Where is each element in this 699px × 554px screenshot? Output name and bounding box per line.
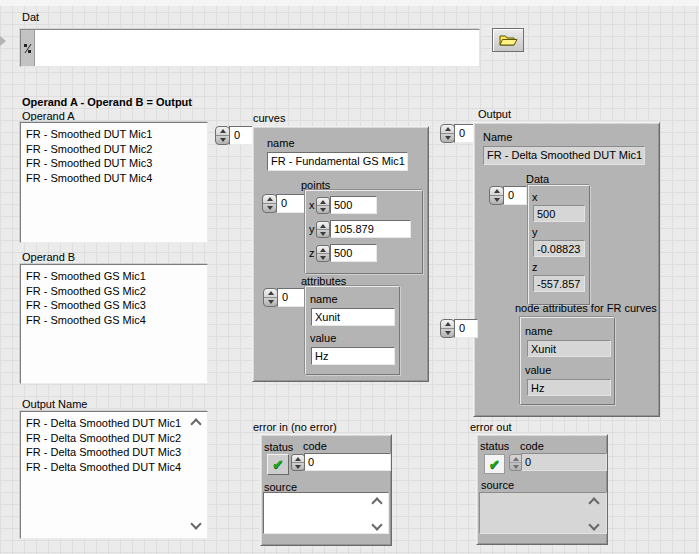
error-in-code-spinner[interactable] — [291, 454, 305, 471]
error-in-code-label: code — [303, 440, 327, 452]
attributes-index-spinner[interactable] — [263, 288, 278, 307]
path-label: Dat — [22, 11, 39, 23]
curves-index-spinner[interactable] — [215, 126, 230, 145]
error-out-status-label: status — [480, 440, 509, 452]
list-item: FR - Smoothed GS Mic3 — [26, 298, 207, 313]
node-attribute-value-field: Hz — [527, 379, 611, 396]
error-out-source-field — [479, 492, 607, 534]
attribute-name-field[interactable]: Xunit — [311, 308, 395, 326]
path-input[interactable] — [35, 30, 479, 66]
data-label: Data — [526, 173, 549, 185]
points-index-value[interactable]: 0 — [276, 194, 306, 213]
operand-a-label: Operand A — [22, 110, 75, 122]
point-z-field[interactable]: 500 — [330, 244, 377, 262]
node-attribute-value-label: value — [525, 364, 551, 376]
output-name-field-label: Name — [483, 131, 512, 143]
point-x-spinner[interactable] — [316, 197, 330, 214]
error-out-label: error out — [470, 421, 512, 433]
error-out-status-indicator: ✔ — [484, 454, 505, 474]
folder-open-icon — [499, 34, 518, 47]
output-name-label: Output Name — [22, 398, 87, 410]
attributes-index-value[interactable]: 0 — [277, 288, 307, 307]
error-in-label: error in (no error) — [253, 421, 337, 433]
error-in-source-field[interactable] — [263, 492, 389, 534]
path-type-icon — [24, 43, 32, 54]
node-attributes-label: node attributes for FR curves — [515, 302, 657, 314]
list-item: FR - Smoothed GS Mic1 — [26, 269, 207, 284]
attribute-name-label: name — [310, 293, 338, 305]
point-z-spinner[interactable] — [316, 245, 330, 262]
data-y-label: y — [532, 226, 538, 238]
error-out-code-field: 0 — [521, 453, 607, 471]
point-y-field[interactable]: 105.879 — [330, 220, 411, 238]
points-index-spinner[interactable] — [262, 194, 277, 213]
data-z-label: z — [532, 261, 538, 273]
error-out-source-label: source — [481, 479, 514, 491]
list-item: FR - Smoothed DUT Mic2 — [26, 142, 207, 157]
data-x-field: 500 — [533, 205, 585, 222]
node-attributes-index-value[interactable]: 0 — [454, 319, 478, 338]
list-item: FR - Smoothed GS Mic2 — [26, 284, 207, 299]
error-out-code-label: code — [520, 440, 544, 452]
data-index-spinner[interactable] — [489, 186, 504, 205]
output-name-list[interactable]: FR - Delta Smoothed DUT Mic1 FR - Delta … — [20, 411, 208, 539]
point-z-label: z — [309, 247, 315, 259]
check-icon: ✔ — [273, 458, 284, 471]
list-item: FR - Smoothed DUT Mic4 — [26, 171, 207, 186]
error-in-code-field[interactable]: 0 — [304, 453, 391, 471]
labview-front-panel: Dat Operand A - Operand B = Output Opera… — [0, 0, 699, 554]
node-attribute-name-label: name — [525, 325, 553, 337]
path-type-strip — [21, 30, 35, 66]
list-item: FR - Delta Smoothed DUT Mic1 — [26, 416, 207, 431]
output-label: Output — [478, 108, 511, 120]
list-item: FR - Smoothed DUT Mic3 — [26, 156, 207, 171]
section-title: Operand A - Operand B = Output — [22, 96, 192, 108]
data-index-value[interactable]: 0 — [503, 186, 527, 205]
list-item: FR - Smoothed DUT Mic1 — [26, 127, 207, 142]
panel-edge-arrow — [0, 36, 6, 46]
list-item: FR - Delta Smoothed DUT Mic3 — [26, 445, 207, 460]
data-x-label: x — [532, 191, 538, 203]
node-attributes-index-spinner[interactable] — [440, 319, 455, 338]
curves-label: curves — [253, 112, 285, 124]
data-z-field: -557.857 — [533, 275, 585, 292]
output-name-field: FR - Delta Smoothed DUT Mic1 — [483, 146, 645, 165]
point-x-label: x — [309, 199, 315, 211]
curve-name-field[interactable]: FR - Fundamental GS Mic1 — [267, 152, 408, 171]
list-item: FR - Smoothed GS Mic4 — [26, 313, 207, 328]
attribute-value-field[interactable]: Hz — [311, 347, 395, 365]
point-x-field[interactable]: 500 — [330, 196, 377, 214]
point-y-label: y — [309, 223, 315, 235]
data-y-field: -0.08823 — [533, 240, 585, 257]
curve-name-label: name — [267, 137, 295, 149]
error-in-status-button[interactable]: ✔ — [267, 454, 289, 475]
operand-b-list[interactable]: FR - Smoothed GS Mic1 FR - Smoothed GS M… — [20, 264, 208, 384]
operand-b-label: Operand B — [22, 251, 75, 263]
scroll-down-icon[interactable] — [190, 518, 201, 529]
attribute-value-label: value — [310, 332, 336, 344]
browse-button[interactable] — [492, 28, 524, 52]
error-in-status-label: status — [264, 441, 293, 453]
node-attribute-name-field: Xunit — [527, 340, 611, 357]
path-control[interactable] — [20, 29, 480, 67]
list-item: FR - Delta Smoothed DUT Mic4 — [26, 460, 207, 475]
window-top-edge — [0, 0, 699, 6]
operand-a-list[interactable]: FR - Smoothed DUT Mic1 FR - Smoothed DUT… — [20, 122, 208, 243]
check-icon: ✔ — [489, 458, 500, 471]
output-index-spinner[interactable] — [440, 124, 455, 143]
list-item: FR - Delta Smoothed DUT Mic2 — [26, 431, 207, 446]
point-y-spinner[interactable] — [316, 221, 330, 238]
